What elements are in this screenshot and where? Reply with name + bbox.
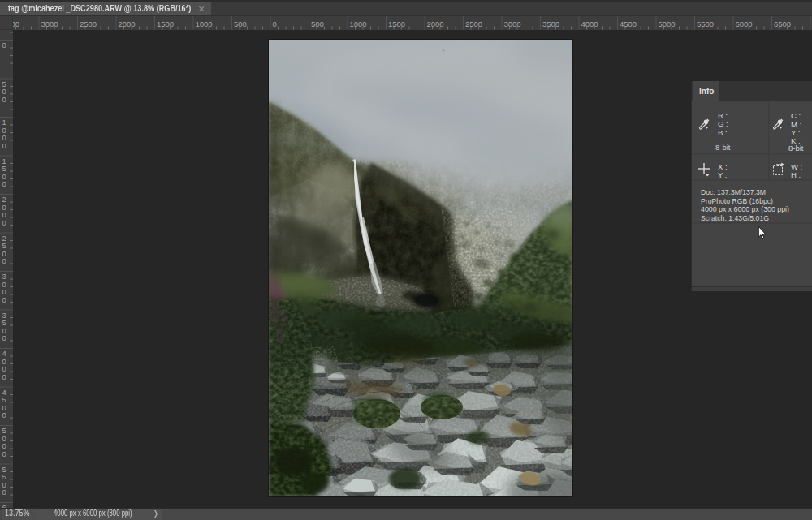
svg-text:0: 0 (2, 488, 6, 496)
svg-text:1500: 1500 (157, 19, 174, 28)
svg-text:500: 500 (234, 19, 247, 28)
svg-text:0: 0 (273, 19, 277, 28)
svg-text:8-bit: 8-bit (788, 144, 804, 153)
svg-text:500: 500 (311, 19, 324, 28)
svg-text:5000: 5000 (659, 19, 676, 28)
svg-text:0: 0 (2, 449, 6, 458)
svg-text:2000: 2000 (427, 19, 444, 28)
svg-text:C :: C : (791, 111, 801, 120)
svg-text:Scratch: 1.43G/5.01G: Scratch: 1.43G/5.01G (701, 213, 769, 222)
svg-text:6: 6 (2, 503, 6, 508)
svg-text:2500: 2500 (465, 19, 482, 28)
svg-text:G :: G : (718, 119, 728, 128)
svg-text:3000: 3000 (41, 19, 58, 28)
svg-text:0: 0 (2, 333, 6, 342)
svg-text:2500: 2500 (80, 19, 97, 28)
svg-text:B :: B : (718, 128, 728, 137)
svg-text:0: 0 (2, 41, 6, 49)
svg-text:0: 0 (2, 410, 6, 419)
svg-text:0: 0 (2, 294, 6, 303)
svg-text:0: 0 (2, 256, 6, 265)
svg-text:1000: 1000 (196, 19, 213, 28)
svg-text:1000: 1000 (350, 19, 367, 28)
svg-text:Doc: 137.3M/137.3M: Doc: 137.3M/137.3M (701, 187, 766, 196)
svg-text:0: 0 (2, 372, 6, 380)
svg-text:4000 px x 6000 px (300 ppi): 4000 px x 6000 px (300 ppi) (701, 204, 789, 213)
svg-text:8-bit: 8-bit (715, 143, 731, 152)
svg-text:3000: 3000 (504, 19, 521, 28)
svg-text:M :: M : (791, 120, 801, 129)
svg-text:0: 0 (2, 179, 6, 188)
svg-text:0: 0 (2, 94, 6, 103)
svg-text:5500: 5500 (697, 19, 714, 28)
svg-text:6000: 6000 (736, 19, 753, 28)
svg-text:ProPhoto RGB (16bpc): ProPhoto RGB (16bpc) (701, 196, 773, 205)
svg-text:6500: 6500 (774, 19, 791, 28)
svg-text:1500: 1500 (388, 19, 405, 28)
svg-text:H :: H : (791, 170, 801, 179)
svg-text:4000: 4000 (581, 19, 598, 28)
svg-text:0: 0 (2, 217, 6, 226)
svg-text:4500: 4500 (620, 19, 637, 28)
svg-text:3500: 3500 (542, 19, 559, 28)
svg-text:2000: 2000 (119, 19, 136, 28)
svg-text:Y :: Y : (718, 170, 727, 179)
svg-text:0: 0 (2, 140, 6, 149)
